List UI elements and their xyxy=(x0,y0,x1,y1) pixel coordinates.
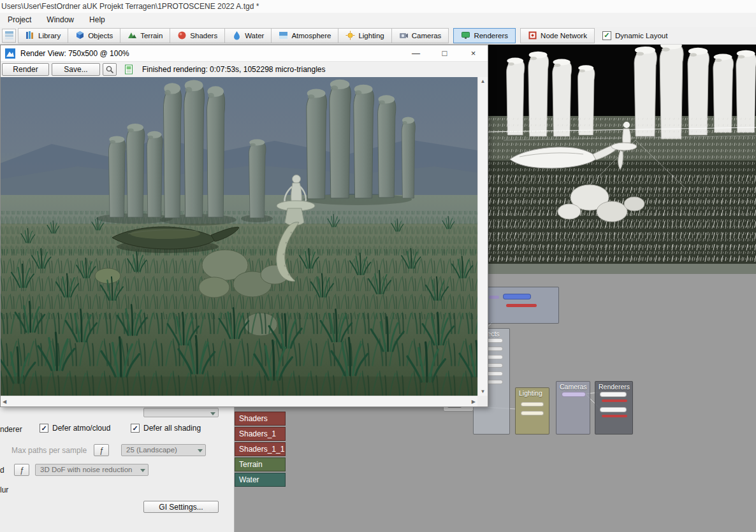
close-button[interactable]: × xyxy=(459,45,488,61)
dynamic-layout-label: Dynamic Layout xyxy=(615,32,667,40)
save-button-label: Save... xyxy=(64,65,87,74)
defer-all-shading-label: Defer all shading xyxy=(143,424,201,433)
render-status: Finished rendering: 0:07:53s, 1052298 mi… xyxy=(142,65,326,74)
toolbox-button[interactable] xyxy=(2,29,16,43)
renderers-group[interactable]: Renderers xyxy=(595,381,633,435)
covered-dropdown[interactable] xyxy=(143,408,219,417)
vertical-scrollbar[interactable]: ▲ ▼ xyxy=(477,77,488,396)
render-button[interactable]: Render xyxy=(2,63,49,76)
cameras-icon xyxy=(399,31,409,40)
check-icon: ✓ xyxy=(604,32,609,39)
checkbox: ✓ xyxy=(40,424,48,433)
node-cluster[interactable] xyxy=(486,287,559,324)
rendered-image[interactable] xyxy=(1,77,477,396)
render-view-titlebar[interactable]: Render View: 750x500 @ 100% — □ × xyxy=(1,45,488,62)
node-label: Shaders xyxy=(239,414,268,423)
checkbox: ✓ xyxy=(602,31,611,40)
workspace: nderer ✓ Defer atmo/cloud ✓ Defer all sh… xyxy=(0,45,756,532)
dynamic-layout-checkbox[interactable]: ✓ Dynamic Layout xyxy=(602,31,667,40)
tab-label: Water xyxy=(245,32,264,40)
tab-lighting[interactable]: Lighting xyxy=(338,28,391,43)
tab-shaders[interactable]: Shaders xyxy=(170,28,225,43)
max-paths-dropdown[interactable]: 25 (Landscape) xyxy=(121,444,206,456)
terragen-app: Users\User\FestOrdner aUK Projekt Terrag… xyxy=(0,0,756,532)
node-label: Shaders_1 xyxy=(239,429,276,438)
window-controls: — □ × xyxy=(402,45,488,61)
group-label: Renderers xyxy=(595,382,632,391)
gi-settings-label: GI Settings... xyxy=(159,503,203,512)
defer-all-shading-checkbox[interactable]: ✓ Defer all shading xyxy=(131,424,201,433)
preview-3d-pane[interactable] xyxy=(488,45,756,274)
gi-settings-button[interactable]: GI Settings... xyxy=(143,501,219,513)
tab-label: Lighting xyxy=(358,32,384,40)
node-label: Terrain xyxy=(239,460,263,469)
node-caption xyxy=(506,304,537,307)
render-view-window: Render View: 750x500 @ 100% — □ × Render… xyxy=(0,45,488,407)
function-icon: ƒ xyxy=(20,466,24,475)
scrollbar-corner xyxy=(477,396,488,406)
node-pill[interactable] xyxy=(489,296,499,299)
render-view-icon xyxy=(5,48,15,59)
render-view-title: Render View: 750x500 @ 100% xyxy=(20,49,129,58)
node-label: Water xyxy=(239,475,259,484)
atmosphere-icon xyxy=(279,31,288,40)
maximize-button[interactable]: □ xyxy=(430,45,459,61)
tab-label: Shaders xyxy=(190,32,217,40)
tab-atmosphere[interactable]: Atmosphere xyxy=(271,28,338,43)
library-icon xyxy=(25,31,35,40)
node-pill[interactable] xyxy=(600,392,627,397)
water-icon xyxy=(232,31,242,40)
cameras-group[interactable]: Cameras xyxy=(556,381,590,435)
scroll-down-icon[interactable]: ▼ xyxy=(479,387,488,396)
max-paths-animation-button[interactable]: ƒ xyxy=(94,444,109,456)
tab-objects[interactable]: Objects xyxy=(68,28,120,43)
tab-label: Objects xyxy=(88,32,113,40)
defer-atmo-checkbox[interactable]: ✓ Defer atmo/cloud xyxy=(40,424,110,433)
blur-label-partial: lur xyxy=(0,485,8,494)
tab-renderers[interactable]: Renderers xyxy=(453,28,516,43)
node-shaders-1-1[interactable]: Shaders_1_1 xyxy=(235,442,286,456)
check-icon: ✓ xyxy=(41,425,47,432)
tab-label: Renderers xyxy=(474,32,508,40)
scroll-left-icon[interactable]: ◀ xyxy=(1,398,8,406)
main-toolbar: Library Objects Terrain Shaders Water At… xyxy=(0,27,756,45)
scroll-right-icon[interactable]: ▶ xyxy=(470,398,477,406)
minimize-button[interactable]: — xyxy=(402,45,430,61)
close-icon: × xyxy=(471,48,476,58)
max-paths-label: Max paths per sample xyxy=(11,446,87,455)
node-shaders-1[interactable]: Shaders_1 xyxy=(235,427,286,441)
menu-help[interactable]: Help xyxy=(82,13,113,27)
node-pill[interactable] xyxy=(600,407,627,412)
group-label: Cameras xyxy=(556,382,590,391)
dof-label-partial: d xyxy=(0,466,4,475)
menu-window[interactable]: Window xyxy=(39,13,82,27)
zoom-button[interactable] xyxy=(103,63,117,76)
render-view-toolbar: Render Save... Finished rendering: 0:07:… xyxy=(1,62,488,77)
node-pill[interactable] xyxy=(521,402,544,406)
node-shaders[interactable]: Shaders xyxy=(235,412,286,426)
tab-node-network[interactable]: Node Network xyxy=(520,28,595,43)
renderers-icon xyxy=(461,31,470,40)
lighting-group[interactable]: Lighting xyxy=(515,387,549,435)
node-pill[interactable] xyxy=(521,411,544,415)
node-pill[interactable] xyxy=(562,392,586,397)
horizontal-scrollbar[interactable]: ◀ ▶ xyxy=(1,396,477,406)
scroll-up-icon[interactable]: ▲ xyxy=(479,77,488,85)
function-icon: ƒ xyxy=(99,446,104,455)
tab-terrain[interactable]: Terrain xyxy=(120,28,170,43)
node-water[interactable]: Water xyxy=(235,473,286,487)
tab-label: Library xyxy=(38,32,61,40)
window-title: Users\User\FestOrdner aUK Projekt Terrag… xyxy=(1,2,259,11)
tab-water[interactable]: Water xyxy=(224,28,272,43)
node-pill[interactable] xyxy=(503,294,531,299)
tab-library[interactable]: Library xyxy=(18,28,68,43)
save-button[interactable]: Save... xyxy=(52,63,100,76)
tab-cameras[interactable]: Cameras xyxy=(391,28,449,43)
dof-value: 3D DoF with noise reduction xyxy=(40,466,132,473)
image-file-icon[interactable] xyxy=(124,64,133,75)
node-terrain[interactable]: Terrain xyxy=(235,457,286,471)
dof-dropdown[interactable]: 3D DoF with noise reduction xyxy=(35,464,149,476)
dof-animation-button[interactable]: ƒ xyxy=(14,464,29,476)
menu-project[interactable]: Project xyxy=(0,13,39,27)
rendered-scene xyxy=(1,77,477,396)
